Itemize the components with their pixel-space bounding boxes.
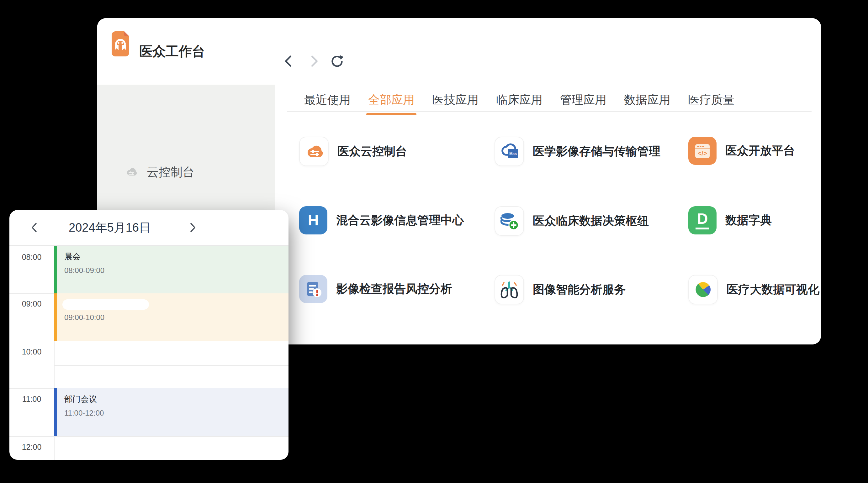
calendar-date-title: 2024年5月16日 bbox=[47, 210, 173, 245]
chevron-right-icon bbox=[187, 222, 198, 233]
app-name: 图像智能分析服务 bbox=[533, 282, 626, 297]
cloud-archive-icon: Mas bbox=[495, 137, 524, 166]
event-title: 部门会议 bbox=[64, 393, 288, 405]
code-glyph: </> bbox=[698, 150, 707, 157]
app-clinical-data-hub[interactable]: 医众临床数据决策枢纽 bbox=[495, 206, 649, 236]
cloud-console-icon bbox=[124, 165, 138, 180]
event-time: 09:00-10:00 bbox=[64, 313, 104, 322]
half-hour-gridline bbox=[55, 365, 288, 366]
chevron-left-icon bbox=[29, 222, 40, 233]
app-name: 混合云影像信息管理中心 bbox=[336, 213, 464, 228]
lung-analysis-icon bbox=[495, 275, 524, 304]
open-platform-code-icon: </> bbox=[688, 137, 717, 165]
calendar-next-day-button[interactable] bbox=[187, 222, 198, 233]
hybrid-cloud-icon: H bbox=[299, 206, 328, 234]
app-bigdata-visualization[interactable]: 医疗大数据可视化 bbox=[688, 275, 819, 304]
data-dictionary-icon: D bbox=[688, 206, 717, 234]
time-label: 08:00 bbox=[9, 253, 54, 262]
time-label: 12:00 bbox=[9, 443, 54, 452]
refresh-button[interactable] bbox=[330, 54, 344, 68]
app-imaging-storage[interactable]: Mas 医学影像存储与传输管理 bbox=[495, 137, 660, 166]
letter-d: D bbox=[695, 211, 710, 229]
clinical-data-hub-icon bbox=[495, 206, 524, 236]
app-data-dictionary[interactable]: D 数据字典 bbox=[688, 206, 772, 234]
app-name: 医疗大数据可视化 bbox=[726, 282, 819, 297]
chevron-right-icon bbox=[307, 54, 321, 68]
app-hybrid-cloud-center[interactable]: H 混合云影像信息管理中心 bbox=[299, 206, 464, 234]
app-name: 医众开放平台 bbox=[725, 143, 795, 159]
forward-button[interactable] bbox=[307, 54, 321, 68]
calendar-event-department-meeting[interactable]: 部门会议 11:00-12:00 bbox=[54, 388, 288, 436]
app-title: 医众工作台 bbox=[139, 18, 205, 85]
app-name: 影像检查报告风控分析 bbox=[336, 281, 452, 297]
app-open-platform[interactable]: </> 医众开放平台 bbox=[688, 137, 795, 165]
app-cloud-console[interactable]: 医众云控制台 bbox=[299, 137, 407, 166]
time-label: 09:00 bbox=[9, 299, 54, 309]
time-label: 11:00 bbox=[9, 395, 54, 404]
chevron-left-icon bbox=[282, 54, 296, 68]
app-name: 医众临床数据决策枢纽 bbox=[533, 213, 649, 229]
event-title: 晨会 bbox=[64, 251, 288, 262]
app-name: 数据字典 bbox=[725, 213, 772, 228]
calendar-prev-day-button[interactable] bbox=[29, 222, 40, 233]
refresh-icon bbox=[330, 54, 344, 68]
tabbar-divider bbox=[287, 111, 811, 112]
calendar-event-morning-meeting[interactable]: 晨会 08:00-09:00 bbox=[54, 246, 288, 293]
calendar-event-redacted[interactable]: 09:00-10:00 bbox=[54, 293, 288, 341]
sidebar-item-label: 云控制台 bbox=[147, 164, 194, 180]
window-header: 医众工作台 bbox=[97, 18, 821, 85]
app-image-ai-analysis[interactable]: 图像智能分析服务 bbox=[495, 275, 626, 304]
calendar-panel: 2024年5月16日 08:00 09:00 10:00 11:00 12:00… bbox=[9, 210, 288, 460]
mas-badge: Mas bbox=[509, 152, 517, 156]
cloud-sliders-icon bbox=[299, 137, 329, 166]
report-risk-icon bbox=[299, 275, 328, 303]
app-report-risk-analysis[interactable]: 影像检查报告风控分析 bbox=[299, 275, 452, 303]
app-content: 最近使用 全部应用 医技应用 临床应用 管理应用 数据应用 医疗质量 医众云控制… bbox=[275, 85, 821, 345]
redacted-title-placeholder bbox=[62, 299, 149, 310]
back-button[interactable] bbox=[282, 54, 296, 68]
sidebar-item-cloud-console[interactable]: 云控制台 bbox=[124, 163, 194, 181]
time-label: 10:00 bbox=[9, 347, 54, 356]
letter-h: H bbox=[308, 213, 319, 228]
calendar-header: 2024年5月16日 bbox=[9, 210, 288, 245]
app-logo-icon bbox=[112, 31, 129, 57]
app-name: 医学影像存储与传输管理 bbox=[533, 143, 660, 159]
app-name: 医众云控制台 bbox=[337, 143, 407, 159]
event-time: 08:00-09:00 bbox=[64, 266, 288, 275]
calendar-day-grid: 08:00 09:00 10:00 11:00 12:00 晨会 08:00-0… bbox=[9, 245, 288, 460]
hour-gridline bbox=[9, 436, 288, 437]
big-data-pie-icon bbox=[688, 275, 718, 304]
event-time: 11:00-12:00 bbox=[64, 409, 288, 418]
